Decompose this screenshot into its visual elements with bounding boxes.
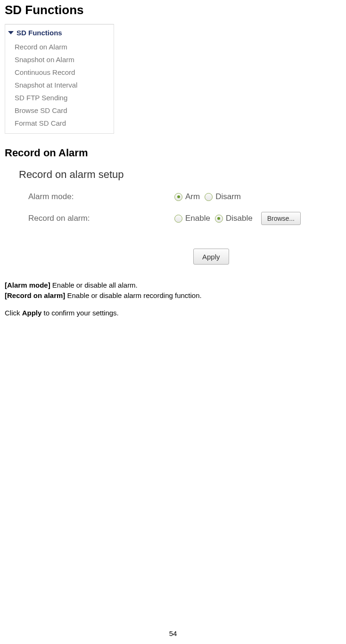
setup-title: Record on alarm setup (19, 169, 341, 181)
radio-selected-icon (215, 215, 223, 223)
alarm-mode-label: Alarm mode: (19, 192, 174, 201)
enable-label: Enable (185, 214, 210, 223)
alarm-mode-arm-option[interactable]: Arm (174, 192, 200, 201)
desc-post-apply: to confirm your settings. (41, 309, 118, 317)
menu-item-record-on-alarm[interactable]: Record on Alarm (5, 40, 114, 53)
disable-label: Disable (226, 214, 253, 223)
menu-item-snapshot-at-interval[interactable]: Snapshot at Interval (5, 79, 114, 91)
apply-button[interactable]: Apply (193, 249, 229, 265)
record-on-alarm-enable-option[interactable]: Enable (174, 214, 210, 223)
desc-pre-apply: Click (5, 309, 22, 317)
menu-item-format-sd-card[interactable]: Format SD Card (5, 117, 114, 129)
desc-text-alarm-mode: Enable or disable all alarm. (50, 281, 138, 289)
record-on-alarm-disable-option[interactable]: Disable (215, 214, 253, 223)
menu-item-sd-ftp-sending[interactable]: SD FTP Sending (5, 91, 114, 104)
disarm-label: Disarm (215, 192, 241, 201)
record-on-alarm-label: Record on alarm: (19, 214, 174, 223)
alarm-mode-disarm-option[interactable]: Disarm (205, 192, 241, 201)
alarm-mode-row: Alarm mode: Arm Disarm (19, 192, 341, 201)
menu-header[interactable]: SD Functions (5, 24, 114, 40)
record-on-alarm-setup-panel: Record on alarm setup Alarm mode: Arm Di… (5, 166, 341, 265)
desc-bold-apply: Apply (22, 309, 42, 317)
section-title: Record on Alarm (5, 147, 341, 159)
menu-item-browse-sd-card[interactable]: Browse SD Card (5, 104, 114, 117)
menu-item-continuous-record[interactable]: Continuous Record (5, 66, 114, 79)
browse-button[interactable]: Browse... (261, 212, 301, 225)
radio-unselected-icon (174, 215, 182, 223)
radio-selected-icon (174, 193, 182, 201)
menu-item-snapshot-on-alarm[interactable]: Snapshot on Alarm (5, 53, 114, 66)
collapse-icon (8, 31, 14, 34)
description-block: [Alarm mode] Enable or disable all alarm… (5, 281, 341, 318)
desc-bold-record-on-alarm: [Record on alarm] (5, 291, 65, 299)
record-on-alarm-row: Record on alarm: Enable Disable Browse..… (19, 212, 341, 225)
desc-line-record-on-alarm: [Record on alarm] Enable or disable alar… (5, 291, 341, 300)
arm-label: Arm (185, 192, 200, 201)
desc-line-alarm-mode: [Alarm mode] Enable or disable all alarm… (5, 281, 341, 290)
page-title: SD Functions (5, 3, 341, 17)
radio-unselected-icon (205, 193, 213, 201)
sd-functions-menu: SD Functions Record on Alarm Snapshot on… (5, 24, 114, 134)
menu-header-label: SD Functions (16, 29, 62, 37)
page-number: 54 (169, 629, 177, 637)
desc-line-apply: Click Apply to confirm your settings. (5, 308, 341, 318)
desc-text-record-on-alarm: Enable or disable alarm recording functi… (65, 291, 201, 299)
desc-bold-alarm-mode: [Alarm mode] (5, 281, 50, 289)
